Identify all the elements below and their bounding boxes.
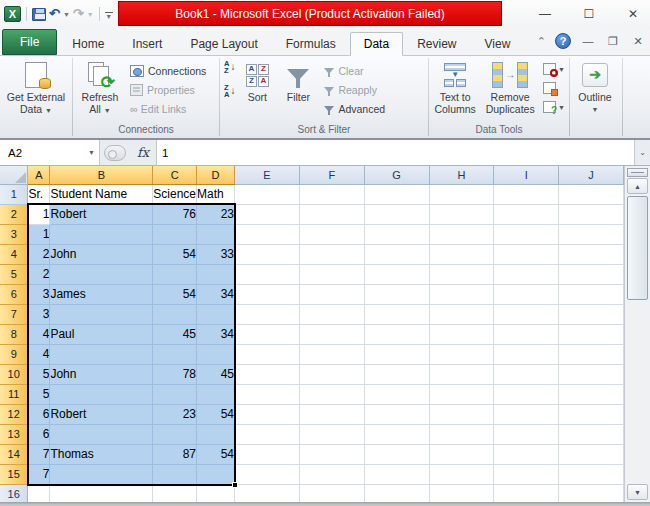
cell-I1[interactable]	[494, 184, 559, 204]
cell-G11[interactable]	[364, 384, 429, 404]
cell-B16[interactable]	[50, 484, 153, 502]
cell-E2[interactable]	[235, 204, 300, 224]
cell-H5[interactable]	[429, 264, 494, 284]
cell-E5[interactable]	[235, 264, 300, 284]
cell-G3[interactable]	[364, 224, 429, 244]
cell-A14[interactable]: 7	[28, 444, 50, 464]
cell-J14[interactable]	[559, 444, 624, 464]
cell-D16[interactable]	[197, 484, 235, 502]
cell-J6[interactable]	[559, 284, 624, 304]
cell-H15[interactable]	[429, 464, 494, 484]
cell-A7[interactable]: 3	[28, 304, 50, 324]
help-icon[interactable]: ?	[555, 33, 571, 49]
filter-button[interactable]: Filter	[276, 57, 320, 123]
row-header-3[interactable]: 3	[0, 224, 28, 244]
consolidate-button[interactable]	[543, 80, 565, 96]
cell-G1[interactable]	[364, 184, 429, 204]
cell-I5[interactable]	[494, 264, 559, 284]
cell-H11[interactable]	[429, 384, 494, 404]
cell-I10[interactable]	[494, 364, 559, 384]
cell-A10[interactable]: 5	[28, 364, 50, 384]
cell-J9[interactable]	[559, 344, 624, 364]
sort-button[interactable]: A Z Z A Sort	[238, 57, 276, 123]
cell-G10[interactable]	[364, 364, 429, 384]
cell-I3[interactable]	[494, 224, 559, 244]
cell-D10[interactable]: 45	[197, 364, 235, 384]
cell-J8[interactable]	[559, 324, 624, 344]
cell-B1[interactable]: Student Name	[50, 184, 153, 204]
what-if-analysis-button[interactable]: ? ▼	[543, 99, 565, 115]
cell-A5[interactable]: 2	[28, 264, 50, 284]
cell-I9[interactable]	[494, 344, 559, 364]
cell-H2[interactable]	[429, 204, 494, 224]
excel-app-icon[interactable]: X	[4, 6, 21, 22]
row-header-14[interactable]: 14	[0, 444, 28, 464]
cell-F16[interactable]	[299, 484, 364, 502]
cell-A8[interactable]: 4	[28, 324, 50, 344]
cell-J3[interactable]	[559, 224, 624, 244]
cell-C4[interactable]: 54	[153, 244, 197, 264]
cell-H14[interactable]	[429, 444, 494, 464]
cell-C13[interactable]	[153, 424, 197, 444]
cell-E4[interactable]	[235, 244, 300, 264]
cell-A6[interactable]: 3	[28, 284, 50, 304]
cell-H16[interactable]	[429, 484, 494, 502]
cell-F14[interactable]	[299, 444, 364, 464]
column-header-D[interactable]: D	[197, 166, 235, 184]
cell-J16[interactable]	[559, 484, 624, 502]
cell-F15[interactable]	[299, 464, 364, 484]
insert-function-button[interactable]: fx	[130, 140, 156, 165]
column-header-J[interactable]: J	[559, 166, 624, 184]
tab-review[interactable]: Review	[403, 32, 470, 56]
cell-C6[interactable]: 54	[153, 284, 197, 304]
customize-qat-button[interactable]: ▼	[105, 10, 113, 19]
cell-A13[interactable]: 6	[28, 424, 50, 444]
cell-A2[interactable]: 1	[28, 204, 50, 224]
tab-data[interactable]: Data	[350, 32, 403, 56]
sort-descending-button[interactable]: ZA ↓	[221, 83, 238, 99]
cell-A3[interactable]: 1	[28, 224, 50, 244]
cell-E9[interactable]	[235, 344, 300, 364]
cell-D2[interactable]: 23	[197, 204, 235, 224]
cell-C10[interactable]: 78	[153, 364, 197, 384]
cell-G6[interactable]	[364, 284, 429, 304]
cell-F5[interactable]	[299, 264, 364, 284]
cell-F3[interactable]	[299, 224, 364, 244]
cell-E13[interactable]	[235, 424, 300, 444]
workbook-close-icon[interactable]: ✕	[630, 35, 646, 48]
column-header-E[interactable]: E	[235, 166, 300, 184]
column-header-I[interactable]: I	[494, 166, 559, 184]
row-header-13[interactable]: 13	[0, 424, 28, 444]
advanced-filter-button[interactable]: Advanced	[320, 99, 389, 118]
workbook-minimize-icon[interactable]: —	[580, 35, 596, 47]
cell-I6[interactable]	[494, 284, 559, 304]
cell-H7[interactable]	[429, 304, 494, 324]
cell-J2[interactable]	[559, 204, 624, 224]
cell-G9[interactable]	[364, 344, 429, 364]
maximize-button[interactable]: ☐	[578, 4, 600, 24]
cell-J12[interactable]	[559, 404, 624, 424]
cell-D9[interactable]	[197, 344, 235, 364]
cell-H13[interactable]	[429, 424, 494, 444]
row-header-2[interactable]: 2	[0, 204, 28, 224]
cell-D13[interactable]	[197, 424, 235, 444]
cell-D7[interactable]	[197, 304, 235, 324]
cell-E12[interactable]	[235, 404, 300, 424]
row-header-10[interactable]: 10	[0, 364, 28, 384]
cell-A12[interactable]: 6	[28, 404, 50, 424]
row-header-7[interactable]: 7	[0, 304, 28, 324]
minimize-ribbon-icon[interactable]: ⌃	[537, 35, 546, 48]
get-external-data-button[interactable]: Get External Data ▼	[1, 57, 71, 123]
cell-C15[interactable]	[153, 464, 197, 484]
cell-C11[interactable]	[153, 384, 197, 404]
undo-icon[interactable]: ↶	[49, 8, 60, 20]
cell-J7[interactable]	[559, 304, 624, 324]
cell-F7[interactable]	[299, 304, 364, 324]
cell-I16[interactable]	[494, 484, 559, 502]
cell-B2[interactable]: Robert	[50, 204, 153, 224]
tab-file[interactable]: File	[2, 29, 57, 55]
tab-home[interactable]: Home	[58, 32, 118, 56]
vertical-scrollbar[interactable]: ▲ ▼	[624, 166, 650, 502]
cell-I14[interactable]	[494, 444, 559, 464]
text-to-columns-button[interactable]: ▼ Text to Columns	[430, 57, 480, 123]
